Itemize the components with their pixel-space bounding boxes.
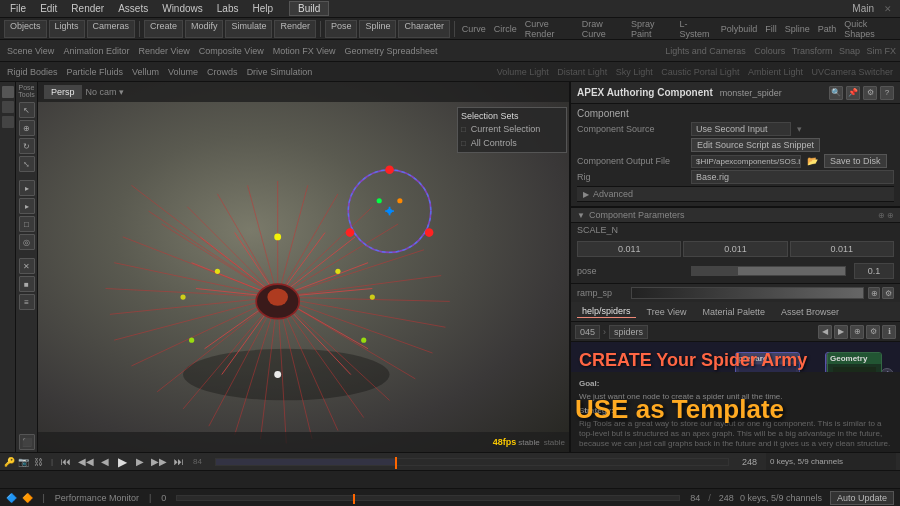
tb-vol-light[interactable]: Volume Light: [494, 67, 552, 77]
help-tab-tree[interactable]: Tree View: [642, 306, 692, 318]
timeline-track[interactable]: [215, 458, 729, 466]
tb-objects[interactable]: Objects: [4, 20, 47, 38]
tb-simulate[interactable]: Simulate: [225, 20, 272, 38]
tb-character[interactable]: Character: [398, 20, 450, 38]
tb-crowds[interactable]: Crowds: [204, 67, 241, 77]
tl-next-key[interactable]: ▶▶: [149, 456, 169, 467]
tb-uvcam[interactable]: UVCamera Switcher: [808, 67, 896, 77]
menu-labs[interactable]: Labs: [211, 2, 245, 15]
left-icon-1[interactable]: [2, 86, 14, 98]
ramp-icon-1[interactable]: ⊕: [868, 287, 880, 299]
tb-create[interactable]: Create: [144, 20, 183, 38]
help-add[interactable]: ⊕: [850, 325, 864, 339]
tl-icon-chain[interactable]: ⛓: [32, 457, 45, 467]
tl-playhead[interactable]: [395, 457, 397, 469]
help-gear[interactable]: ⚙: [866, 325, 880, 339]
tb-anim-editor[interactable]: Animation Editor: [60, 46, 132, 56]
params-section-header[interactable]: ▼ Component Parameters ⊕ ⊕: [571, 207, 900, 223]
tl-skip-start[interactable]: ⏮: [59, 456, 73, 467]
pose-tool-4[interactable]: □: [19, 216, 35, 232]
pose-slider[interactable]: [691, 266, 846, 276]
tb-composite[interactable]: Composite View: [196, 46, 267, 56]
save-to-disk-btn[interactable]: Save to Disk: [824, 154, 887, 168]
tb-particle-fluids[interactable]: Particle Fluids: [64, 67, 127, 77]
tb-geo-spreadsheet[interactable]: Geometry Spreadsheet: [342, 46, 441, 56]
tb-render[interactable]: Render: [274, 20, 316, 38]
pose-tool-8[interactable]: ≡: [19, 294, 35, 310]
tb-transform[interactable]: Transform: [792, 46, 833, 56]
tb-sky-light[interactable]: Sky Light: [613, 67, 656, 77]
output-value[interactable]: $HIP/apexcomponents/SOS.bgeo: [691, 155, 801, 168]
left-icon-3[interactable]: [2, 116, 14, 128]
tb-snap[interactable]: Snap: [839, 46, 860, 56]
viewport[interactable]: Persp No cam ▾ Selection Sets □ Current …: [38, 82, 570, 452]
tl-skip-end[interactable]: ⏭: [172, 456, 186, 467]
tb-spline[interactable]: Spline: [359, 20, 396, 38]
pose-tool-move[interactable]: ⊕: [19, 120, 35, 136]
tb-modify[interactable]: Modify: [185, 20, 224, 38]
menu-windows[interactable]: Windows: [156, 2, 209, 15]
tb-caustic[interactable]: Caustic Portal Light: [658, 67, 742, 77]
pose-tool-2[interactable]: ▸: [19, 180, 35, 196]
help-info[interactable]: ℹ: [882, 325, 896, 339]
tb-volume[interactable]: Volume: [165, 67, 201, 77]
rp-icon-pin[interactable]: 📌: [846, 86, 860, 100]
tb-rigid-bodies[interactable]: Rigid Bodies: [4, 67, 61, 77]
rp-icon-help[interactable]: ?: [880, 86, 894, 100]
tb-simfx[interactable]: Sim FX: [866, 46, 896, 56]
tl-next-frame[interactable]: ▶: [134, 456, 146, 467]
scale-x[interactable]: 0.011: [577, 241, 681, 257]
pose-tool-arrow[interactable]: ↖: [19, 102, 35, 118]
tl-prev-key[interactable]: ◀◀: [76, 456, 96, 467]
tb-colours[interactable]: Colours: [754, 46, 785, 56]
scale-y[interactable]: 0.011: [683, 241, 787, 257]
pose-tool-rotate[interactable]: ↻: [19, 138, 35, 154]
help-sub-045[interactable]: 045: [575, 325, 600, 339]
node-graph-area[interactable]: CREATE Your Spider Army USE as Template …: [571, 342, 900, 452]
left-icon-2[interactable]: [2, 101, 14, 113]
help-tab-asset[interactable]: Asset Browser: [776, 306, 844, 318]
pose-tool-scale[interactable]: ⤡: [19, 156, 35, 172]
tb-drive-simulation[interactable]: Drive Simulation: [244, 67, 316, 77]
tb-distant-light[interactable]: Distant Light: [554, 67, 610, 77]
tb-lights[interactable]: Lights: [49, 20, 85, 38]
edit-script-btn[interactable]: Edit Source Script as Snippet: [691, 138, 820, 152]
ramp-bar[interactable]: [631, 287, 864, 299]
tb-cameras[interactable]: Cameras: [87, 20, 136, 38]
pose-tool-3[interactable]: ▸: [19, 198, 35, 214]
pose-value[interactable]: 0.1: [854, 263, 894, 279]
pose-tool-5[interactable]: ◎: [19, 234, 35, 250]
help-sub-spiders[interactable]: spiders: [609, 325, 648, 339]
rig-value[interactable]: Base.rig: [691, 170, 894, 184]
ramp-icon-2[interactable]: ⚙: [882, 287, 894, 299]
tb-render-view[interactable]: Render View: [135, 46, 192, 56]
source-value[interactable]: Use Second Input: [691, 122, 791, 136]
pose-tool-cam[interactable]: ⬛: [19, 434, 35, 450]
rp-icon-search[interactable]: 🔍: [829, 86, 843, 100]
tl-icon-key[interactable]: 🔑: [4, 457, 15, 467]
menu-edit[interactable]: Edit: [34, 2, 63, 15]
tl-prev-frame[interactable]: ◀: [99, 456, 111, 467]
menu-render[interactable]: Render: [65, 2, 110, 15]
tl-icon-cam[interactable]: 📷: [18, 457, 29, 467]
vp-persp-tab[interactable]: Persp: [44, 85, 82, 99]
scale-z[interactable]: 0.011: [790, 241, 894, 257]
tb-pose[interactable]: Pose: [325, 20, 358, 38]
help-nav-next[interactable]: ▶: [834, 325, 848, 339]
tb-motion-fx[interactable]: Motion FX View: [270, 46, 339, 56]
tb-ambient[interactable]: Ambient Light: [745, 67, 806, 77]
advanced-section[interactable]: ▶ Advanced: [577, 186, 894, 202]
help-tab-material[interactable]: Material Palette: [698, 306, 771, 318]
build-button[interactable]: Build: [289, 1, 329, 16]
tb-scene-view[interactable]: Scene View: [4, 46, 57, 56]
menu-file[interactable]: File: [4, 2, 32, 15]
menu-assets[interactable]: Assets: [112, 2, 154, 15]
ss-current[interactable]: Current Selection: [469, 123, 543, 135]
tl-play[interactable]: ▶: [114, 455, 131, 469]
help-tab-main[interactable]: help/spiders: [577, 305, 636, 318]
tl-frame-num-display[interactable]: 84: [189, 457, 206, 466]
tb-vellum[interactable]: Vellum: [129, 67, 162, 77]
ss-all-controls[interactable]: All Controls: [469, 137, 519, 149]
rp-icon-gear[interactable]: ⚙: [863, 86, 877, 100]
menu-help[interactable]: Help: [246, 2, 279, 15]
